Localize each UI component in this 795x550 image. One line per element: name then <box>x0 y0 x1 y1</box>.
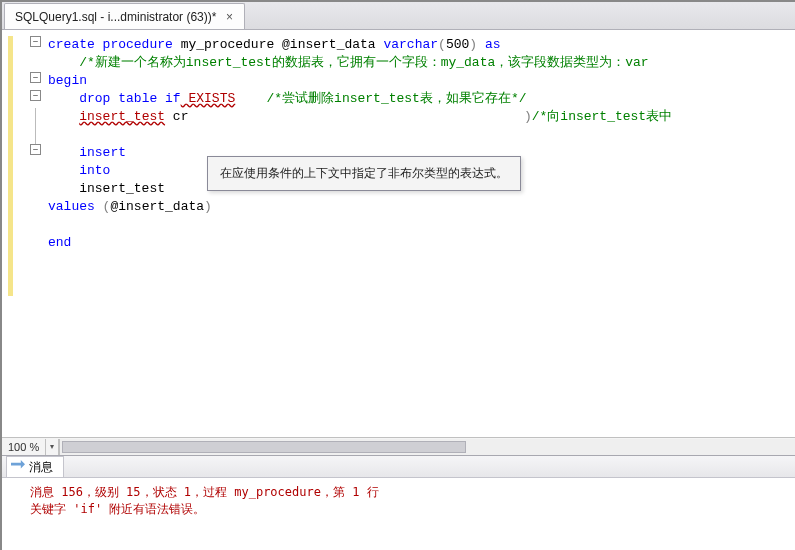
messages-body: 消息 156，级别 15，状态 1，过程 my_procedure，第 1 行 … <box>2 478 795 522</box>
horizontal-scrollbar[interactable] <box>59 439 795 455</box>
messages-tab[interactable]: 消息 <box>6 456 64 477</box>
fold-icon[interactable]: − <box>30 90 41 101</box>
tab-bar: SQLQuery1.sql - i...dministrator (63))* … <box>2 2 795 30</box>
fold-icon[interactable]: − <box>30 36 41 47</box>
fold-icon[interactable]: − <box>30 144 41 155</box>
code-content[interactable]: create procedure my_procedure @insert_da… <box>48 36 795 252</box>
zoom-level[interactable]: 100 % <box>2 441 45 453</box>
error-tooltip: 在应使用条件的上下文中指定了非布尔类型的表达式。 <box>207 156 521 191</box>
messages-panel: 消息 消息 156，级别 15，状态 1，过程 my_procedure，第 1… <box>2 455 795 550</box>
editor-footer: 100 % ▾ <box>2 437 795 455</box>
message-line: 关键字 'if' 附近有语法错误。 <box>30 502 205 516</box>
messages-tab-label: 消息 <box>29 459 53 476</box>
fold-gutter: − − − − <box>30 36 44 162</box>
modified-indicator <box>8 36 13 296</box>
message-line: 消息 156，级别 15，状态 1，过程 my_procedure，第 1 行 <box>30 485 379 499</box>
zoom-dropdown-icon[interactable]: ▾ <box>45 439 59 455</box>
close-icon[interactable]: × <box>222 10 236 24</box>
code-editor[interactable]: − − − − create procedure my_procedure @i… <box>2 30 795 455</box>
scrollbar-thumb[interactable] <box>62 441 466 453</box>
messages-tabbar: 消息 <box>2 456 795 478</box>
fold-icon[interactable]: − <box>30 72 41 83</box>
message-icon <box>11 460 25 474</box>
file-tab[interactable]: SQLQuery1.sql - i...dministrator (63))* … <box>4 3 245 29</box>
tab-title: SQLQuery1.sql - i...dministrator (63))* <box>15 10 216 24</box>
